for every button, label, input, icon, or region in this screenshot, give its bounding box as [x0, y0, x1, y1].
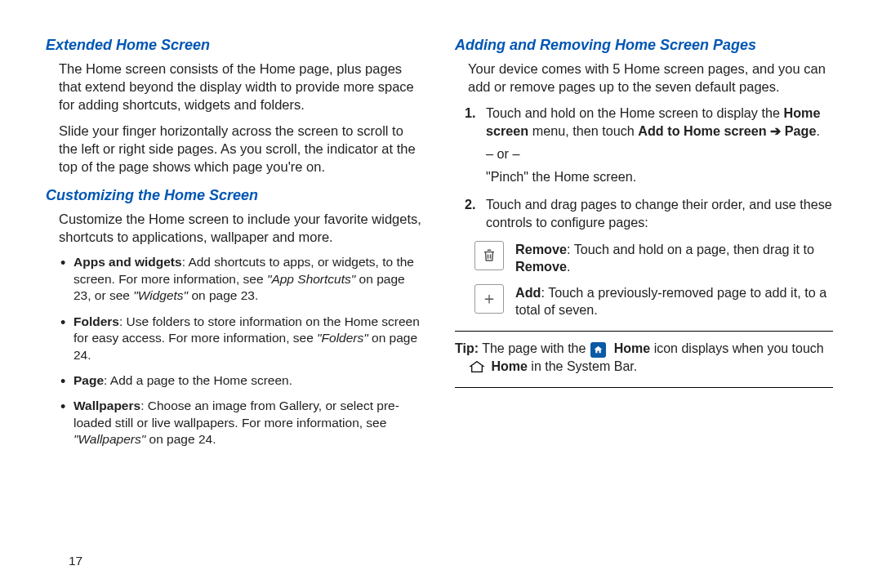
- numbered-steps: Touch and hold on the Home screen to dis…: [465, 104, 833, 231]
- control-row-remove: Remove: Touch and hold on a page, then d…: [474, 241, 833, 276]
- step-item: Touch and drag pages to change their ord…: [465, 195, 833, 231]
- heading-customizing-home-screen: Customizing the Home Screen: [46, 187, 424, 204]
- list-item: Apps and widgets: Add shortcuts to apps,…: [60, 254, 424, 304]
- tip-text: Tip: The page with the Home icon display…: [455, 340, 833, 376]
- divider-rule: [455, 331, 833, 332]
- right-column: Adding and Removing Home Screen Pages Yo…: [455, 37, 833, 457]
- control-text: Add: Touch a previously-removed page to …: [515, 284, 833, 319]
- home-badge-icon: [590, 342, 606, 358]
- paragraph: Customize the Home screen to include you…: [59, 210, 424, 246]
- list-item: Page: Add a page to the Home screen.: [60, 372, 424, 389]
- page-number: 17: [69, 554, 82, 568]
- control-text: Remove: Touch and hold on a page, then d…: [515, 241, 833, 276]
- step-item: Touch and hold on the Home screen to dis…: [465, 104, 833, 185]
- home-outline-icon: [468, 360, 486, 373]
- list-item: Folders: Use folders to store informatio…: [60, 314, 424, 363]
- plus-icon: ＋: [474, 284, 504, 314]
- pinch-instruction: "Pinch" the Home screen.: [486, 167, 833, 185]
- left-column: Extended Home Screen The Home screen con…: [46, 37, 424, 457]
- bullet-list: Apps and widgets: Add shortcuts to apps,…: [60, 254, 424, 448]
- trash-icon: [474, 241, 504, 270]
- heading-extended-home-screen: Extended Home Screen: [46, 37, 424, 54]
- control-row-add: ＋ Add: Touch a previously-removed page t…: [474, 284, 833, 319]
- paragraph: The Home screen consists of the Home pag…: [59, 60, 424, 114]
- list-item: Wallpapers: Choose an image from Gallery…: [60, 398, 424, 448]
- paragraph: Slide your finger horizontally across th…: [59, 122, 424, 176]
- paragraph: Your device comes with 5 Home screen pag…: [468, 60, 833, 96]
- divider-rule: [455, 387, 833, 388]
- or-divider: – or –: [486, 145, 833, 163]
- heading-adding-removing-pages: Adding and Removing Home Screen Pages: [455, 37, 833, 54]
